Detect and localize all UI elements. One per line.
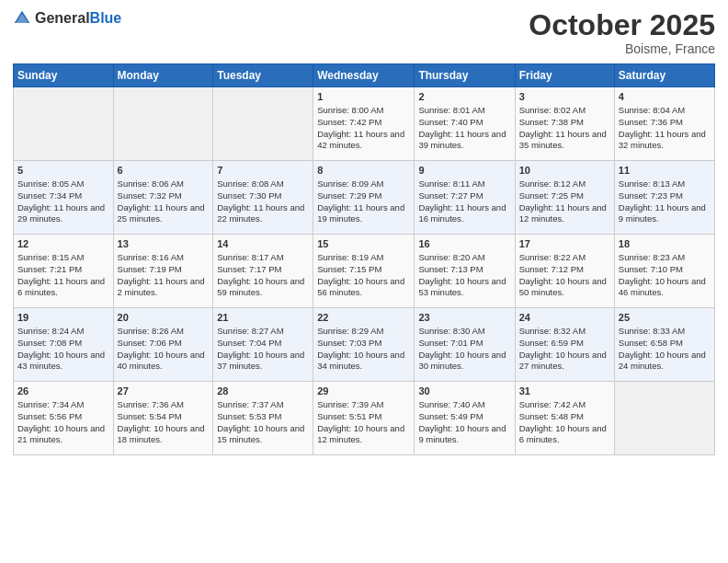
logo-blue: Blue [90,10,122,26]
calendar-cell: 25Sunrise: 8:33 AMSunset: 6:58 PMDayligh… [614,308,714,382]
day-number: 25 [619,311,711,325]
daylight: Daylight: 10 hours and 43 minutes. [17,350,105,372]
sunset: Sunset: 5:48 PM [519,411,584,421]
header-sunday: Sunday [14,64,114,87]
calendar-cell: 10Sunrise: 8:12 AMSunset: 7:25 PMDayligh… [515,161,614,235]
calendar-cell [614,382,714,455]
sunset: Sunset: 5:51 PM [317,411,381,421]
day-number: 23 [418,311,510,325]
sunset: Sunset: 7:01 PM [418,338,483,348]
calendar-week-0: 1Sunrise: 8:00 AMSunset: 7:42 PMDaylight… [14,87,715,161]
day-number: 13 [118,237,210,251]
sunset: Sunset: 7:03 PM [317,338,381,348]
day-number: 24 [519,311,610,325]
calendar-cell: 17Sunrise: 8:22 AMSunset: 7:12 PMDayligh… [515,235,614,308]
header-thursday: Thursday [415,64,515,87]
calendar-cell: 16Sunrise: 8:20 AMSunset: 7:13 PMDayligh… [415,235,515,308]
calendar-cell [113,87,213,161]
sunrise: Sunrise: 8:15 AM [17,252,84,262]
daylight: Daylight: 10 hours and 9 minutes. [418,423,506,445]
logo: GeneralBlue [13,9,121,28]
sunset: Sunset: 7:06 PM [118,338,182,348]
day-number: 21 [217,311,309,325]
day-number: 3 [519,90,610,104]
sunrise: Sunrise: 8:29 AM [317,326,383,336]
calendar-body: 1Sunrise: 8:00 AMSunset: 7:42 PMDaylight… [14,87,715,455]
sunset: Sunset: 7:23 PM [619,190,683,201]
calendar-cell: 15Sunrise: 8:19 AMSunset: 7:15 PMDayligh… [313,235,415,308]
calendar-cell: 8Sunrise: 8:09 AMSunset: 7:29 PMDaylight… [313,161,415,235]
daylight: Daylight: 11 hours and 42 minutes. [317,129,404,151]
sunset: Sunset: 7:08 PM [17,338,82,348]
calendar-cell: 24Sunrise: 8:32 AMSunset: 6:59 PMDayligh… [515,308,614,382]
daylight: Daylight: 11 hours and 39 minutes. [418,129,506,151]
sunset: Sunset: 7:15 PM [317,264,381,274]
sunset: Sunset: 6:58 PM [619,338,683,348]
daylight: Daylight: 10 hours and 30 minutes. [418,350,506,372]
calendar-week-2: 12Sunrise: 8:15 AMSunset: 7:21 PMDayligh… [14,235,715,308]
daylight: Daylight: 11 hours and 22 minutes. [217,202,304,224]
calendar-cell: 23Sunrise: 8:30 AMSunset: 7:01 PMDayligh… [415,308,515,382]
calendar-cell: 27Sunrise: 7:36 AMSunset: 5:54 PMDayligh… [113,382,213,455]
sunset: Sunset: 5:54 PM [118,411,182,421]
day-number: 7 [217,164,309,178]
day-number: 26 [17,385,109,398]
calendar-cell: 26Sunrise: 7:34 AMSunset: 5:56 PMDayligh… [14,382,114,455]
daylight: Daylight: 10 hours and 15 minutes. [217,423,304,445]
sunrise: Sunrise: 7:40 AM [418,399,484,409]
sunset: Sunset: 7:29 PM [317,190,381,201]
daylight: Daylight: 10 hours and 12 minutes. [317,423,404,445]
sunset: Sunset: 7:38 PM [519,117,584,127]
sunset: Sunset: 7:30 PM [217,190,281,201]
sunset: Sunset: 6:59 PM [519,338,584,348]
daylight: Daylight: 10 hours and 18 minutes. [118,423,205,445]
day-number: 20 [118,311,210,325]
daylight: Daylight: 10 hours and 6 minutes. [519,423,607,445]
day-number: 10 [519,164,610,178]
header-row: Sunday Monday Tuesday Wednesday Thursday… [14,64,715,87]
sunset: Sunset: 7:42 PM [317,117,381,127]
sunrise: Sunrise: 7:34 AM [17,399,84,409]
header-saturday: Saturday [614,64,714,87]
day-number: 4 [619,90,711,104]
location: Boisme, France [529,41,715,56]
calendar-week-3: 19Sunrise: 8:24 AMSunset: 7:08 PMDayligh… [14,308,715,382]
daylight: Daylight: 11 hours and 16 minutes. [418,202,506,224]
calendar-cell: 5Sunrise: 8:05 AMSunset: 7:34 PMDaylight… [14,161,114,235]
sunrise: Sunrise: 8:05 AM [17,178,84,189]
sunrise: Sunrise: 8:22 AM [519,252,586,262]
day-number: 19 [17,311,109,325]
sunset: Sunset: 7:21 PM [17,264,82,274]
sunrise: Sunrise: 8:04 AM [619,105,685,115]
day-number: 1 [317,90,410,104]
day-number: 27 [118,385,210,398]
calendar-cell: 12Sunrise: 8:15 AMSunset: 7:21 PMDayligh… [14,235,114,308]
daylight: Daylight: 11 hours and 25 minutes. [118,202,205,224]
sunrise: Sunrise: 8:19 AM [317,252,383,262]
day-number: 18 [619,237,711,251]
daylight: Daylight: 10 hours and 27 minutes. [519,350,607,372]
daylight: Daylight: 10 hours and 40 minutes. [118,350,205,372]
day-number: 12 [17,237,109,251]
sunrise: Sunrise: 8:33 AM [619,326,685,336]
day-number: 9 [418,164,510,178]
logo-icon [13,9,31,28]
calendar-cell: 20Sunrise: 8:26 AMSunset: 7:06 PMDayligh… [113,308,213,382]
daylight: Daylight: 10 hours and 56 minutes. [317,276,404,298]
daylight: Daylight: 11 hours and 12 minutes. [519,202,607,224]
sunrise: Sunrise: 8:09 AM [317,178,383,189]
sunrise: Sunrise: 7:36 AM [118,399,184,409]
calendar-week-4: 26Sunrise: 7:34 AMSunset: 5:56 PMDayligh… [14,382,715,455]
header-friday: Friday [515,64,614,87]
sunset: Sunset: 7:13 PM [418,264,483,274]
sunrise: Sunrise: 8:27 AM [217,326,283,336]
day-number: 14 [217,237,309,251]
day-number: 6 [118,164,210,178]
sunset: Sunset: 7:36 PM [619,117,683,127]
sunrise: Sunrise: 8:16 AM [118,252,184,262]
calendar-cell: 6Sunrise: 8:06 AMSunset: 7:32 PMDaylight… [113,161,213,235]
sunrise: Sunrise: 8:23 AM [619,252,685,262]
daylight: Daylight: 10 hours and 53 minutes. [418,276,506,298]
daylight: Daylight: 10 hours and 46 minutes. [619,276,706,298]
calendar-cell: 11Sunrise: 8:13 AMSunset: 7:23 PMDayligh… [614,161,714,235]
